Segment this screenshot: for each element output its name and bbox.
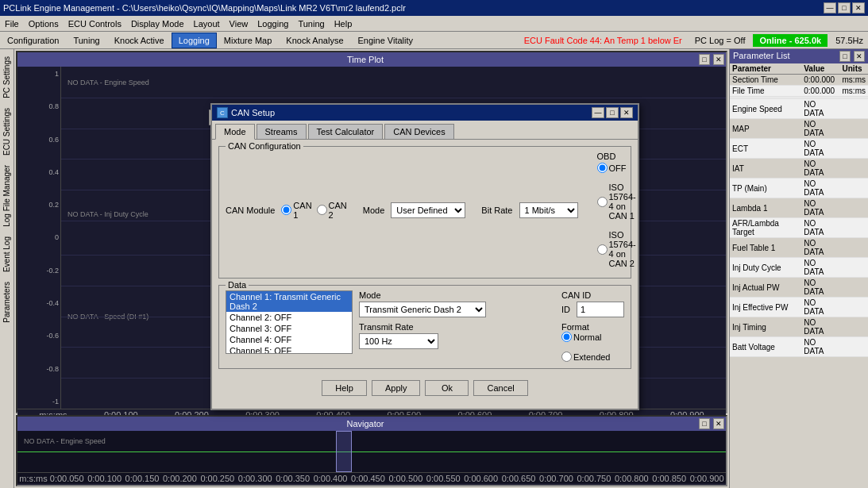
toolbar-configuration[interactable]: Configuration bbox=[0, 33, 66, 48]
title-bar-controls: — □ ✕ bbox=[824, 2, 865, 13]
param-ect-name: ECT bbox=[730, 139, 801, 159]
toolbar-status: ECU Fault Code 44: An Temp 1 below Er PC… bbox=[519, 34, 868, 47]
close-button[interactable]: ✕ bbox=[852, 2, 865, 13]
menu-options[interactable]: Options bbox=[24, 17, 64, 30]
y-label-neg1: -1 bbox=[19, 398, 59, 405]
channel-item-5[interactable]: Channel 5: OFF bbox=[226, 345, 352, 354]
toolbar-engine-vitality[interactable]: Engine Vitality bbox=[351, 33, 421, 48]
sidebar-tab-log-file-manager[interactable]: Log File Manager bbox=[0, 161, 14, 231]
param-expand-button[interactable]: □ bbox=[839, 51, 851, 62]
menu-layout[interactable]: Layout bbox=[189, 17, 225, 30]
toolbar-logging[interactable]: Logging bbox=[172, 33, 217, 48]
navigator-expand-button[interactable]: □ bbox=[699, 418, 710, 429]
menu-view[interactable]: View bbox=[225, 17, 253, 30]
channel-item-2[interactable]: Channel 2: OFF bbox=[226, 312, 352, 323]
dialog-title: CAN Setup bbox=[231, 108, 590, 117]
menu-ecu-controls[interactable]: ECU Controls bbox=[64, 17, 126, 30]
obd-can1-radio[interactable] bbox=[597, 197, 608, 207]
nav-x-14: 0:00.750 bbox=[577, 474, 611, 483]
id-label: ID bbox=[561, 305, 570, 314]
obd-off-label[interactable]: OFF bbox=[597, 163, 636, 173]
obd-off-radio[interactable] bbox=[597, 163, 608, 173]
menu-display-mode[interactable]: Display Mode bbox=[126, 17, 189, 30]
toolbar-knock-analyse[interactable]: Knock Analyse bbox=[279, 33, 350, 48]
nav-channel-bar bbox=[17, 451, 726, 452]
data-label: Data bbox=[226, 280, 249, 290]
menu-file[interactable]: File bbox=[0, 17, 24, 30]
bitrate-select[interactable]: 1 Mbit/s 500 kbit/s 250 kbit/s bbox=[519, 202, 578, 218]
can2-radio-label[interactable]: CAN 2 bbox=[317, 201, 347, 220]
pc-log-status: PC Log = Off bbox=[690, 34, 750, 47]
toolbar-tuning[interactable]: Tuning bbox=[66, 33, 106, 48]
param-inj-effective-value: NO DATA bbox=[801, 298, 839, 317]
help-button[interactable]: Help bbox=[322, 380, 367, 396]
sidebar-tab-ecu-settings[interactable]: ECU Settings bbox=[0, 104, 14, 159]
channel-item-4[interactable]: Channel 4: OFF bbox=[226, 334, 352, 345]
param-row-inj-timing: Inj Timing NO DATA bbox=[730, 317, 868, 337]
can1-radio-label[interactable]: CAN 1 bbox=[281, 201, 311, 220]
toolbar-knock-active[interactable]: Knock Active bbox=[107, 33, 172, 48]
menu-tuning[interactable]: Tuning bbox=[293, 17, 329, 30]
navigator-body[interactable]: NO DATA - Engine Speed m:s:ms 0:00.050 0… bbox=[17, 431, 726, 483]
channel1-label: NO DATA - Engine Speed bbox=[68, 79, 149, 86]
minimize-button[interactable]: — bbox=[824, 2, 836, 13]
navigator-close-button[interactable]: ✕ bbox=[713, 418, 724, 429]
time-plot-close-button[interactable]: ✕ bbox=[713, 54, 724, 65]
sidebar-tab-parameters[interactable]: Parameters bbox=[0, 278, 14, 327]
can1-radio[interactable] bbox=[281, 205, 291, 215]
dialog-tab-streams[interactable]: Streams bbox=[257, 124, 307, 139]
channel-list[interactable]: Channel 1: Transmit Generic Dash 2 Chann… bbox=[226, 290, 353, 354]
can2-radio[interactable] bbox=[317, 205, 327, 215]
data-section: Channel 1: Transmit Generic Dash 2 Chann… bbox=[226, 290, 624, 362]
cancel-button[interactable]: Cancel bbox=[473, 380, 527, 396]
param-inj-timing-unit bbox=[840, 317, 868, 337]
dialog-close-button[interactable]: ✕ bbox=[620, 107, 633, 118]
format-normal-label[interactable]: Normal bbox=[561, 332, 624, 342]
data-group: Data Channel 1: Transmit Generic Dash 2 … bbox=[218, 285, 631, 369]
transmit-rate-select[interactable]: 100 Hz 50 Hz 20 Hz 10 Hz bbox=[359, 333, 438, 349]
param-file-time-unit: ms:ms bbox=[840, 86, 868, 97]
param-row-tp: TP (Main) NO DATA bbox=[730, 179, 868, 198]
time-plot-expand-button[interactable]: □ bbox=[699, 54, 710, 65]
mode-select[interactable]: User Defined Generic Dash Haltech bbox=[391, 202, 465, 218]
param-table: Parameter Value Units Section Time 0:00.… bbox=[730, 63, 868, 488]
dialog-maximize-button[interactable]: □ bbox=[606, 107, 619, 118]
menu-logging[interactable]: Logging bbox=[253, 17, 293, 30]
can-id-label: CAN ID bbox=[561, 290, 624, 300]
apply-button[interactable]: Apply bbox=[372, 380, 421, 396]
obd-can1-label[interactable]: ISO 15764-4 on CAN 1 bbox=[597, 183, 636, 221]
dialog-tab-mode[interactable]: Mode bbox=[215, 124, 255, 140]
hz-status: 57.5Hz bbox=[831, 34, 868, 47]
param-close-button[interactable]: ✕ bbox=[854, 51, 865, 62]
can-id-input[interactable] bbox=[577, 302, 624, 317]
format-group: Format Normal Extended bbox=[561, 322, 624, 362]
dialog-minimize-button[interactable]: — bbox=[592, 107, 604, 118]
y-label-neg02: -0.2 bbox=[19, 267, 59, 275]
param-col-units: Units bbox=[840, 63, 868, 75]
obd-can2-radio[interactable] bbox=[597, 244, 608, 255]
dialog-tab-can-devices[interactable]: CAN Devices bbox=[384, 124, 453, 139]
menu-help[interactable]: Help bbox=[330, 17, 357, 30]
format-normal-radio[interactable] bbox=[561, 332, 572, 342]
can-module-radio-group: CAN 1 CAN 2 bbox=[281, 201, 346, 220]
obd-can2-label[interactable]: ISO 15764-4 on CAN 2 bbox=[597, 230, 636, 268]
ok-button[interactable]: Ok bbox=[425, 380, 469, 396]
channel-item-3[interactable]: Channel 3: OFF bbox=[226, 323, 352, 334]
format-extended-label[interactable]: Extended bbox=[561, 352, 624, 362]
maximize-button[interactable]: □ bbox=[838, 2, 851, 13]
param-inj-actual-name: Inj Actual PW bbox=[730, 278, 801, 298]
nav-highlight[interactable] bbox=[336, 431, 352, 472]
nav-x-7: 0:00.400 bbox=[314, 474, 348, 483]
toolbar-mixture-map[interactable]: Mixture Map bbox=[217, 33, 280, 48]
channel-mode-select[interactable]: Transmit Generic Dash 2 OFF Receive Tran… bbox=[359, 302, 486, 317]
channel-item-1[interactable]: Channel 1: Transmit Generic Dash 2 bbox=[226, 291, 352, 312]
dialog-tab-test-calculator[interactable]: Test Calculator bbox=[308, 124, 384, 139]
dialog-titlebar: C CAN Setup — □ ✕ bbox=[212, 105, 638, 121]
bitrate-label: Bit Rate bbox=[481, 206, 512, 215]
nav-x-12: 0:00.650 bbox=[502, 474, 536, 483]
nav-x-4: 0:00.250 bbox=[200, 474, 234, 483]
param-row-inj-effective: Inj Effective PW NO DATA bbox=[730, 298, 868, 317]
format-extended-radio[interactable] bbox=[561, 352, 572, 362]
sidebar-tab-pc-settings[interactable]: PC Settings bbox=[0, 52, 14, 102]
sidebar-tab-event-log[interactable]: Event Log bbox=[0, 232, 14, 276]
